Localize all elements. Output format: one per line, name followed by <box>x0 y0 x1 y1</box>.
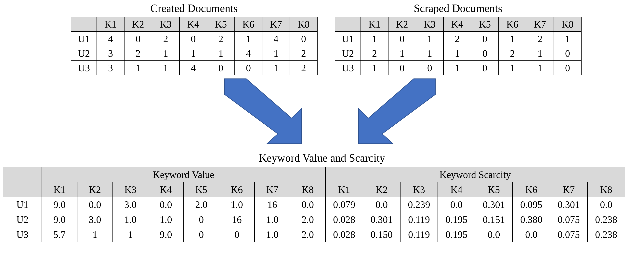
cell: 1 <box>180 46 207 61</box>
col-header: K7 <box>262 17 290 31</box>
table-row: U3 3 1 1 4 0 0 1 2 <box>71 61 317 75</box>
cell: 0.301 <box>363 212 400 227</box>
cell: 0 <box>219 227 254 242</box>
cell: 0.0 <box>77 197 113 212</box>
table-row: U2 2 1 1 1 0 2 1 0 <box>335 46 581 61</box>
col-header: K1 <box>97 17 124 31</box>
col-header: K7 <box>526 17 554 31</box>
corner-cell <box>3 167 42 197</box>
table-header-row: K1 K2 K3 K4 K5 K6 K7 K8 K1 K2 K3 K4 K5 K… <box>3 182 625 197</box>
cell: 1 <box>444 46 471 61</box>
col-header: K8 <box>290 182 326 197</box>
cell: 2.0 <box>184 197 219 212</box>
cell: 1 <box>444 61 471 75</box>
col-header: K2 <box>388 17 416 31</box>
cell: 2 <box>152 31 180 46</box>
cell: 3.0 <box>77 212 113 227</box>
table-row: U2 9.0 3.0 1.0 1.0 0 16 1.0 2.0 0.028 0.… <box>3 212 625 227</box>
cell: 2 <box>124 46 152 61</box>
table-row: U1 4 0 2 0 2 1 4 0 <box>71 31 317 46</box>
group-header-value: Keyword Value <box>42 167 326 182</box>
cell: 1.0 <box>113 212 148 227</box>
col-header: K6 <box>512 182 550 197</box>
cell: 1 <box>113 227 148 242</box>
cell: 0.0 <box>438 197 475 212</box>
cell: 0 <box>388 61 416 75</box>
cell: 0.075 <box>550 212 588 227</box>
cell: 1 <box>526 61 554 75</box>
group-header-scarcity: Keyword Scarcity <box>326 167 625 182</box>
svg-marker-0 <box>224 79 302 144</box>
cell: 0 <box>471 31 498 46</box>
title-created: Created Documents <box>71 2 317 14</box>
col-header: K5 <box>475 182 512 197</box>
cell: 2 <box>290 61 317 75</box>
col-header: K2 <box>77 182 113 197</box>
col-header: K6 <box>498 17 526 31</box>
cell: 0.0 <box>363 197 400 212</box>
row-header: U1 <box>3 197 42 212</box>
cell: 1 <box>498 61 526 75</box>
col-header: K7 <box>550 182 588 197</box>
col-header: K5 <box>184 182 219 197</box>
cell: 0 <box>180 31 207 46</box>
cell: 0.0 <box>148 197 184 212</box>
cell: 9.0 <box>42 197 77 212</box>
cell: 1 <box>416 31 444 46</box>
table-scraped-documents: K1 K2 K3 K4 K5 K6 K7 K8 U1 1 0 1 2 0 1 2… <box>335 17 582 75</box>
cell: 1 <box>361 61 388 75</box>
cell: 0 <box>554 61 581 75</box>
col-header: K4 <box>180 17 207 31</box>
col-header: K4 <box>148 182 184 197</box>
cell: 0.239 <box>400 197 438 212</box>
col-header: K7 <box>254 182 290 197</box>
cell: 3 <box>97 46 124 61</box>
cell: 16 <box>254 197 290 212</box>
row-header: U2 <box>335 46 361 61</box>
table-created-documents: K1 K2 K3 K4 K5 K6 K7 K8 U1 4 0 2 0 2 1 4… <box>71 17 318 75</box>
col-header: K2 <box>124 17 152 31</box>
cell: 2 <box>498 46 526 61</box>
cell: 2.0 <box>290 212 326 227</box>
cell: 0.238 <box>588 227 625 242</box>
cell: 1 <box>388 46 416 61</box>
cell: 1.0 <box>148 212 184 227</box>
cell: 4 <box>235 46 262 61</box>
col-header: K4 <box>444 17 471 31</box>
cell: 0 <box>554 46 581 61</box>
table-row: U1 1 0 1 2 0 1 2 1 <box>335 31 581 46</box>
table-row: U3 1 0 0 1 0 1 1 0 <box>335 61 581 75</box>
cell: 4 <box>262 31 290 46</box>
corner-cell <box>71 17 97 31</box>
cell: 1 <box>262 46 290 61</box>
cell: 0.380 <box>512 212 550 227</box>
cell: 0.151 <box>475 212 512 227</box>
cell: 0.0 <box>475 227 512 242</box>
cell: 3 <box>97 61 124 75</box>
row-header: U3 <box>71 61 97 75</box>
cell: 0.079 <box>326 197 363 212</box>
cell: 16 <box>219 212 254 227</box>
cell: 0.195 <box>438 212 475 227</box>
cell: 1 <box>77 227 113 242</box>
col-header: K8 <box>554 17 581 31</box>
table-row: U1 9.0 0.0 3.0 0.0 2.0 1.0 16 0.0 0.079 … <box>3 197 625 212</box>
table-header-row: K1 K2 K3 K4 K5 K6 K7 K8 <box>71 17 317 31</box>
cell: 9.0 <box>148 227 184 242</box>
cell: 0 <box>235 61 262 75</box>
cell: 1 <box>152 61 180 75</box>
svg-marker-1 <box>358 79 435 144</box>
row-header: U3 <box>3 227 42 242</box>
col-header: K1 <box>326 182 363 197</box>
col-header: K3 <box>400 182 438 197</box>
cell: 0 <box>184 212 219 227</box>
cell: 0.028 <box>326 212 363 227</box>
table-value-scarcity: Keyword Value Keyword Scarcity K1 K2 K3 … <box>3 167 625 242</box>
col-header: K2 <box>363 182 400 197</box>
cell: 0 <box>471 46 498 61</box>
row-header: U1 <box>71 31 97 46</box>
cell: 0.301 <box>475 197 512 212</box>
cell: 1 <box>554 31 581 46</box>
cell: 2 <box>444 31 471 46</box>
cell: 0.119 <box>400 212 438 227</box>
